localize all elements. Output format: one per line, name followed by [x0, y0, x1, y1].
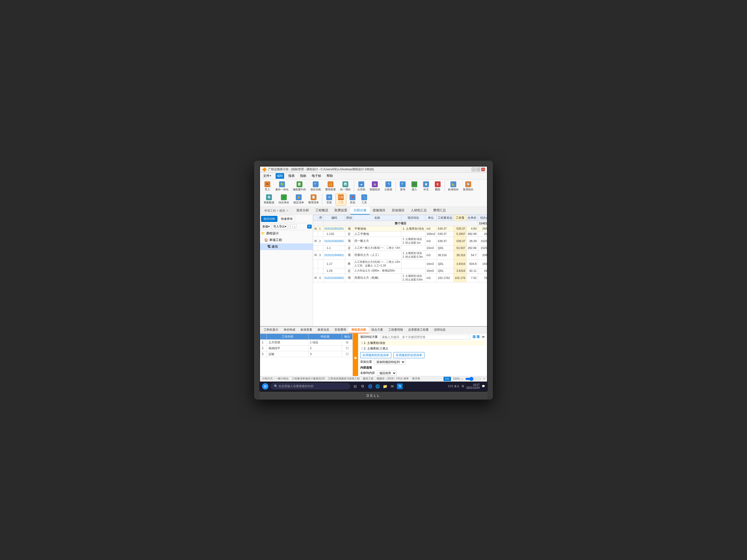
tab-section-items[interactable]: 分部分项 [351, 207, 369, 214]
breadcrumb: 单项工程 > 建筑 ✕ [262, 208, 291, 214]
apply-all-btn[interactable]: 应用规则到全部清单 [393, 352, 424, 358]
tree-item-building[interactable]: 🏗 建筑 [260, 243, 313, 250]
close-button[interactable]: ✕ [481, 167, 485, 171]
taskbar-taskview[interactable]: ⊟ [352, 383, 358, 389]
btn-insert[interactable]: ➕ 插入 [409, 181, 420, 192]
minimize-button[interactable]: ─ [472, 167, 475, 171]
delete-icon: 🗑 [435, 181, 441, 187]
btn-lock[interactable]: 🔒 锁定清单 [292, 193, 306, 205]
tab-project-structure[interactable]: 项目结构 [261, 216, 278, 222]
menu-ebid[interactable]: 电子标 [311, 173, 322, 179]
col-name: 名称 [353, 215, 401, 221]
btn-move-down[interactable]: ↓ [293, 224, 297, 229]
btn-adjust[interactable]: 📊 统一调价 [338, 181, 352, 192]
menu-file[interactable]: 文件+ [262, 173, 273, 179]
taskbar-search-box[interactable]: 🔍 在这里输入你要搜索的内容 [271, 383, 350, 389]
taskbar-mail[interactable]: ✉ [389, 383, 395, 389]
btn-tools[interactable]: 🔧 工具 [359, 193, 369, 205]
feature-search-input[interactable] [380, 335, 470, 339]
btab-qty-detail[interactable]: 工程量明细 [386, 327, 406, 333]
table-row[interactable]: ⊟ 1 010101001001 项 平整场地 1. 土壤类别:综合 m2 53… [313, 226, 487, 231]
notification-icon[interactable]: 💬 [482, 385, 485, 388]
feature-row[interactable]: 1 土方挖填 1 综合 ☑ [260, 339, 353, 345]
menu-report[interactable]: 报表 [287, 173, 296, 179]
window-controls[interactable]: ─ □ ✕ [472, 167, 485, 171]
breadcrumb-close[interactable]: ✕ [286, 209, 289, 212]
btn-query[interactable]: 🔍 查询 [397, 181, 408, 192]
table-row[interactable]: ⊟ 3 010101004001 项 挖基坑土方（人工） 1. 土壤类别:综合2… [313, 250, 487, 259]
taskbar-multitask[interactable]: ⧉ [360, 383, 365, 389]
btab-combo[interactable]: 组合方案 [369, 327, 386, 333]
btn-std-price[interactable]: 📐 标准组价 [446, 181, 460, 192]
btn-replace-data[interactable]: 🔃 替换数据 [262, 193, 276, 205]
btn-compile-price[interactable]: 📝 编制要约价 [291, 181, 308, 192]
btn-delete[interactable]: 🗑 删除 [432, 181, 443, 192]
add-position-select[interactable]: 添加到项目特征列 [374, 359, 405, 365]
btab-reverse[interactable]: 反查图形工程量 [406, 327, 431, 333]
tab-fee-summary[interactable]: 费用汇总 [430, 207, 449, 214]
qty-standard: 工程量清单项目计量规范(20 [292, 377, 325, 381]
table-row[interactable]: 1-29 定 人力车运土方 ≤500m，每增运50m 10m3 QDL 3.83… [313, 268, 487, 273]
taskbar-browser1[interactable]: 🌀 [367, 383, 373, 389]
table-row[interactable]: ⊟ 2 010101002001 项 挖一般土方 1. 土壤类别:综合2. 挖土… [313, 237, 487, 245]
btn-cloud-check[interactable]: 🔎 云检查 [383, 181, 394, 192]
restore-button[interactable]: □ [476, 167, 480, 171]
btn-price-unity[interactable]: 💹 量价一体化 [274, 181, 290, 192]
table-row[interactable]: ⊟ 4 010101004002 项 挖基坑土方（机械） 1. 土壤类别:综合2… [313, 273, 487, 282]
tab-measures[interactable]: 措施项目 [369, 207, 389, 214]
expand-icon[interactable]: ≫ [482, 335, 485, 339]
btab-conversion[interactable]: 换算信息 [315, 327, 332, 333]
zoom-plus[interactable]: + [483, 377, 485, 380]
btn-sync[interactable]: ⟳ [307, 224, 312, 229]
btn-cloud-archive[interactable]: ☁ 云存档 [356, 181, 367, 192]
tree-item-single[interactable]: 🏠 单项工程 [260, 237, 313, 243]
btab-features[interactable]: 特征及内容 [349, 327, 369, 333]
btn-fee-view[interactable]: 💰 费用查看 [324, 181, 337, 192]
tree-item-project[interactable]: 📁 课程设计 [260, 230, 313, 237]
menu-indicator[interactable]: 指标 [299, 173, 307, 179]
tab-labor-materials[interactable]: 人材机汇总 [408, 207, 430, 214]
btn-import[interactable]: 📥 导入 [262, 181, 273, 192]
btn-self-check[interactable]: 🔍 项目自检 [309, 181, 323, 192]
tab-cost-analysis[interactable]: 造价分析 [293, 207, 312, 214]
btn-composite-price[interactable]: 💲 综合单价 [277, 193, 291, 205]
btab-info[interactable]: 说明信息 [431, 327, 448, 333]
left-panel-toolbar: 新建▾ 导入导出▾ ↑ ↓ ⟳ [260, 223, 313, 230]
tab-other-items[interactable]: 其他项目 [389, 207, 408, 214]
btn-supplement[interactable]: 📋 补充 [421, 181, 431, 192]
btab-install-fee[interactable]: 安装费用 [332, 327, 349, 333]
table-row[interactable]: 1-17 换 人工挖基坑土方(坑深) 一、二类土 ≤2m人工挖、运量土 人工+1… [313, 259, 487, 268]
start-button[interactable]: ⊞ [262, 383, 268, 390]
feature-item-1[interactable]: 1 1. 土壤类别:综合 [360, 341, 485, 346]
btn-other[interactable]: 📌 其他 [347, 193, 358, 205]
name-col-select[interactable]: 项目排序 [377, 370, 396, 376]
btn-jiangxi[interactable]: 江西 江西 [336, 193, 346, 206]
btab-price-comp[interactable]: 单价构成 [281, 327, 298, 333]
feature-row[interactable]: 3 运输 3 ☐ [260, 351, 353, 357]
feature-item-2[interactable]: 2 2. 土壤类别:三类土 [360, 346, 485, 351]
table-row[interactable]: 1-133 定 人工平整地 100m2 539.37 5.3937 482.99… [313, 231, 487, 237]
btn-reuse-price[interactable]: 🔄 复用组价 [461, 181, 475, 192]
btn-smart-price[interactable]: 🤖 智能组价 [368, 181, 382, 192]
btn-new[interactable]: 新建▾ [261, 224, 271, 229]
btab-labor[interactable]: 工料机显示 [261, 327, 281, 333]
btn-move-up[interactable]: ↑ [289, 224, 292, 229]
taskbar-browser2[interactable]: 🌐 [375, 383, 380, 389]
taskbar-preview[interactable]: 预 [397, 383, 403, 389]
apply-selected-btn[interactable]: 应用规则到所选清单 [360, 352, 391, 358]
btab-std-calc[interactable]: 标准算量 [298, 327, 315, 333]
btn-import-export[interactable]: 导入导出▾ [272, 224, 288, 229]
tab-fee-settings[interactable]: 取费设置 [331, 207, 351, 214]
menu-help[interactable]: 帮助 [326, 173, 334, 179]
feature-row[interactable]: 2 场地找平 2 ☐ [260, 345, 353, 351]
menu-edit[interactable]: 编制 [276, 173, 284, 179]
table-row[interactable]: 1-1 定 人工挖一般土方(基深) 一、二类土 <2m 10m3 QDL 53.… [313, 245, 487, 250]
tab-quick-query[interactable]: 快速查询 [279, 216, 295, 222]
btn-organize[interactable]: 📑 整理清单 [307, 193, 320, 205]
tab-project-overview[interactable]: 工程概况 [312, 207, 331, 214]
btn-install[interactable]: ⚙ 安装 [324, 193, 335, 205]
taskbar-explorer[interactable]: 📁 [382, 383, 388, 389]
zoom-slider[interactable] [465, 377, 481, 381]
select-label: 选 项 [472, 335, 480, 339]
left-panel-tabs: 项目结构 快速查询 [260, 215, 313, 223]
